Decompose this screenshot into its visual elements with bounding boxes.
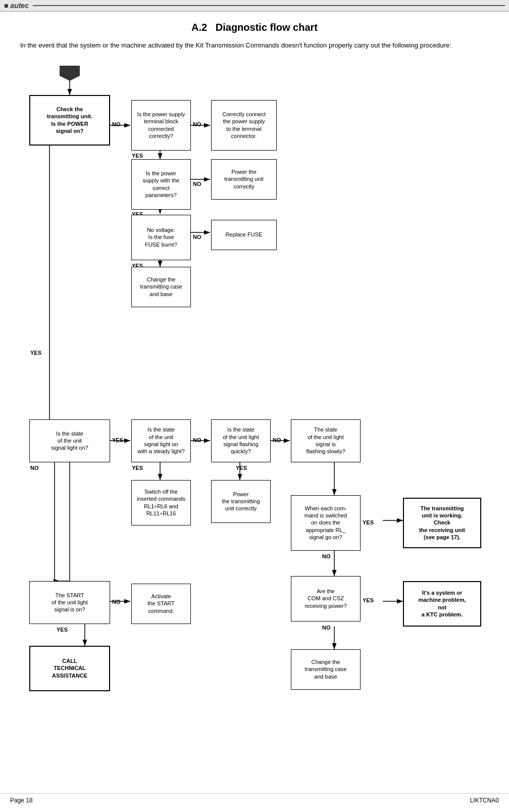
label-no-7: NO bbox=[322, 553, 331, 559]
label-yes-4: YES bbox=[112, 437, 123, 443]
intro-paragraph: In the event that the system or the mach… bbox=[20, 40, 489, 51]
footer-page-label: Page 18 bbox=[10, 797, 33, 804]
footer-doc-code: LIKTCNA0 bbox=[470, 797, 499, 804]
box-tx-working: The transmittingunit is working.Checkthe… bbox=[403, 498, 481, 548]
label-no-left: NO bbox=[30, 465, 39, 471]
label-yes-9: YES bbox=[57, 627, 68, 633]
box-replace-fuse: Replace FUSE bbox=[211, 220, 277, 250]
label-no-9: NO bbox=[112, 599, 121, 605]
svg-marker-28 bbox=[60, 66, 80, 81]
label-no-6: NO bbox=[273, 437, 281, 443]
label-no-4: NO bbox=[193, 234, 201, 240]
page-footer: Page 18 LIKTCNA0 bbox=[0, 793, 509, 807]
page-title: A.2 Diagnostic flow chart bbox=[20, 22, 489, 33]
box-power-supply-params: Is the powersupply with thecorrectparame… bbox=[131, 159, 191, 210]
label-no-3: NO bbox=[193, 181, 201, 187]
box-change-tx-case-2: Change thetransmitting caseand base bbox=[291, 649, 361, 690]
label-yes-left: YES bbox=[30, 350, 41, 356]
label-no-5: NO bbox=[193, 437, 201, 443]
box-no-voltage-fuse: No voltage.Is the fuseFUSE burnt? bbox=[131, 215, 191, 260]
box-change-tx-case-1: Change thetransmitting caseand base bbox=[131, 267, 191, 307]
box-power-supply-connected: Is the power supplyterminal blockconnect… bbox=[131, 100, 191, 151]
flowchart: Check thetransmitting unit.Is the POWERs… bbox=[20, 66, 495, 788]
box-state-flashing-slowly: The stateof the unit lightsignal isflash… bbox=[291, 419, 361, 462]
box-check-tx: Check thetransmitting unit.Is the POWERs… bbox=[29, 95, 110, 146]
box-state-flashing-quickly: Is the stateof the unit lightsignal flas… bbox=[211, 419, 271, 462]
label-yes-7: YES bbox=[363, 519, 374, 526]
box-system-machine-problem: It's a system ormachine problem,nota KTC… bbox=[403, 581, 481, 627]
box-are-com-csz: Are theCOM and CSZreceiving power? bbox=[291, 576, 361, 622]
box-switch-off-inserted: Switch off theinserted commandsRL1÷RL6 a… bbox=[131, 480, 191, 526]
logo: ■ autec bbox=[4, 2, 29, 10]
label-no-1: NO bbox=[112, 121, 121, 127]
box-power-tx-2: Powerthe transmittingunit correctly bbox=[211, 480, 271, 523]
box-call-technical: CALLTECHNICALASSISTANCE bbox=[29, 646, 110, 691]
label-no-2: NO bbox=[193, 121, 201, 127]
label-yes-6: YES bbox=[236, 465, 247, 471]
box-when-each-command: When each com-mand is switchedon does th… bbox=[291, 495, 361, 551]
header-bar: ■ autec bbox=[0, 0, 509, 12]
box-power-tx-1: Power thetransmitting unitcorrectly bbox=[211, 159, 277, 200]
label-yes-8: YES bbox=[363, 597, 374, 603]
label-yes-5: YES bbox=[132, 465, 143, 471]
box-state-unit-light: Is the stateof the unitsignal light on? bbox=[29, 419, 110, 462]
box-start-light-on: The STARTof the unit lightsignal is on? bbox=[29, 581, 110, 624]
box-state-steady-light: Is the stateof the unitsignal light onwi… bbox=[131, 419, 191, 462]
box-correctly-connect: Correctly connectthe power supplyto the … bbox=[211, 100, 277, 151]
label-yes-1: YES bbox=[132, 153, 143, 159]
label-no-8: NO bbox=[322, 625, 331, 631]
start-indicator bbox=[55, 66, 85, 82]
page-content: A.2 Diagnostic flow chart In the event t… bbox=[0, 12, 509, 798]
box-activate-start: Activatethe STARTcommand. bbox=[131, 584, 191, 624]
